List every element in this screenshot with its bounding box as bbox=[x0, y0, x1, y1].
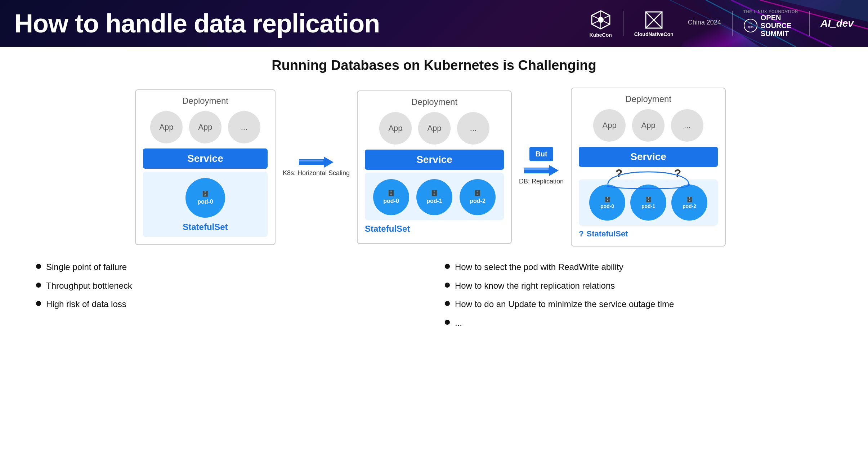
bullets-section: Single point of failure Throughput bottl… bbox=[22, 261, 846, 335]
diagram2-pod2-label: pod-2 bbox=[470, 198, 486, 204]
diagram1-deployment-label: Deployment bbox=[143, 96, 268, 106]
main-content: Running Databases on Kubernetes is Chall… bbox=[0, 47, 868, 342]
bullet-left-1-text: Single point of failure bbox=[46, 261, 127, 273]
aidev-logo: AI_dev bbox=[820, 18, 854, 29]
bullets-right-col: How to select the pod with ReadWrite abi… bbox=[445, 261, 832, 335]
question-mark-1: ? bbox=[616, 167, 623, 180]
bullet-right-4: ... bbox=[445, 317, 832, 329]
bullet-left-2: Throughput bottleneck bbox=[36, 280, 423, 292]
diagram-3: Deployment App App ... Service ? ? bbox=[571, 88, 726, 247]
diagram2-app1: App bbox=[379, 112, 412, 145]
svg-text:S: S bbox=[750, 21, 752, 25]
but-box: But bbox=[529, 147, 553, 161]
diagram2-service-bar: Service bbox=[365, 150, 504, 170]
bullet-dot-r2 bbox=[445, 283, 450, 288]
header: How to handle data replication KubeCon bbox=[0, 0, 868, 47]
diagram3-pod2: 🗄️ pod-2 bbox=[671, 185, 707, 221]
cloudnativecon-label: CloudNativeCon bbox=[634, 31, 674, 37]
diagram3-app2: App bbox=[632, 109, 665, 142]
diagram1-app2: App bbox=[189, 111, 222, 143]
svg-rect-24 bbox=[524, 168, 549, 170]
diagram1-db-icon: 🗄️ bbox=[202, 190, 209, 197]
svg-marker-25 bbox=[549, 165, 559, 176]
diagram3-complex-section: ? ? 🗄️ pod- bbox=[579, 167, 718, 239]
arrow2-db-label: DB: Replication bbox=[519, 178, 564, 185]
diagram2-db-icon-2: 🗄️ bbox=[474, 190, 481, 196]
linux-foundation-label: THE LINUX FOUNDATION bbox=[743, 9, 798, 14]
svg-line-13 bbox=[592, 21, 598, 24]
bullet-dot-3 bbox=[36, 301, 41, 306]
diagram-row: Deployment App App ... Service 🗄️ pod-0 … bbox=[22, 88, 846, 247]
diagram3-pod0: 🗄️ pod-0 bbox=[589, 185, 625, 221]
diagram3-question-marks: ? ? bbox=[579, 167, 718, 180]
svg-line-12 bbox=[604, 15, 610, 18]
logo-divider-2 bbox=[732, 11, 733, 36]
cloudnativecon-logo: CloudNativeCon bbox=[634, 10, 674, 37]
diagram3-pod2-label: pod-2 bbox=[683, 203, 696, 209]
diagram3-app1: App bbox=[593, 109, 626, 142]
diagram2-pod0-label: pod-0 bbox=[383, 198, 399, 204]
diagram3-pod1: 🗄️ pod-1 bbox=[630, 185, 666, 221]
bullet-right-2: How to know the right replication relati… bbox=[445, 280, 832, 292]
logo-divider-3 bbox=[809, 11, 810, 36]
diagram2-statefulset-label: StatefulSet bbox=[365, 224, 504, 234]
svg-text:open: open bbox=[748, 26, 753, 28]
diagram2-deployment-label: Deployment bbox=[365, 97, 504, 107]
open-source-summit-label: OPENSOURCESUMMIT bbox=[761, 14, 792, 37]
diagram2-app3: ... bbox=[457, 112, 489, 145]
arrow-1 bbox=[298, 155, 334, 169]
aidev-label: AI_dev bbox=[820, 18, 854, 29]
diagram1-service-bar: Service bbox=[143, 148, 268, 169]
diagram1-statefulset-area: 🗄️ pod-0 StatefulSet bbox=[143, 172, 268, 237]
china-year-block: China 2024 bbox=[684, 19, 721, 28]
diagram2-pods-row: App App ... bbox=[365, 112, 504, 145]
diagram1-pod0-label: pod-0 bbox=[197, 199, 213, 205]
logo-divider-1 bbox=[623, 11, 623, 36]
diagram2-pod0: 🗄️ pod-0 bbox=[373, 179, 409, 215]
china-year: China 2024 bbox=[688, 19, 721, 28]
svg-rect-21 bbox=[299, 160, 323, 161]
arrow-2-section: But DB: Replication bbox=[512, 147, 571, 187]
bullets-left-col: Single point of failure Throughput bottl… bbox=[36, 261, 423, 335]
kubecon-label: KubeCon bbox=[590, 32, 612, 38]
diagram1-statefulset-label: StatefulSet bbox=[183, 222, 228, 232]
kubecon-logo: KubeCon bbox=[590, 9, 612, 38]
diagram2-app2: App bbox=[418, 112, 451, 145]
diagram2-statefulset-area: 🗄️ pod-0 🗄️ pod-1 🗄️ pod-2 bbox=[365, 173, 504, 220]
diagram3-db-icon-1: 🗄️ bbox=[645, 196, 652, 202]
diagram3-pod0-label: pod-0 bbox=[600, 203, 614, 209]
bullet-dot-r3 bbox=[445, 301, 450, 306]
diagram3-app3: ... bbox=[671, 109, 703, 142]
diagram-3-wrapper: Deployment App App ... Service ? ? bbox=[571, 88, 733, 247]
bullet-left-2-text: Throughput bottleneck bbox=[46, 280, 132, 292]
diagram3-service-bar: Service bbox=[579, 147, 718, 167]
diagram2-db-icon-0: 🗄️ bbox=[388, 190, 395, 196]
diagram2-db-icon-1: 🗄️ bbox=[431, 190, 438, 196]
section-title: Running Databases on Kubernetes is Chall… bbox=[22, 58, 846, 73]
bullet-right-1-text: How to select the pod with ReadWrite abi… bbox=[455, 261, 623, 273]
diagram3-deployment-label: Deployment bbox=[579, 94, 718, 104]
bullet-right-1: How to select the pod with ReadWrite abi… bbox=[445, 261, 832, 273]
diagram3-db-icon-0: 🗄️ bbox=[604, 196, 610, 202]
diagram-2: Deployment App App ... Service 🗄️ pod-0 … bbox=[357, 90, 512, 244]
bullet-dot-r1 bbox=[445, 264, 450, 269]
diagram3-db-icon-2: 🗄️ bbox=[686, 196, 693, 202]
diagram-1: Deployment App App ... Service 🗄️ pod-0 … bbox=[135, 89, 276, 245]
arrow1-label: K8s: Horizontal Scaling bbox=[283, 169, 350, 177]
bullet-dot-r4 bbox=[445, 320, 450, 325]
header-logos: KubeCon CloudNativeCon China 2024 THE LI… bbox=[590, 9, 854, 38]
bullet-right-3: How to do an Update to minimize the serv… bbox=[445, 298, 832, 310]
diagram3-statefulset-label: ? StatefulSet bbox=[579, 229, 718, 239]
diagram1-pod0: 🗄️ pod-0 bbox=[185, 178, 225, 218]
bullet-right-2-text: How to know the right replication relati… bbox=[455, 280, 615, 292]
arrow-1-section: K8s: Horizontal Scaling bbox=[276, 155, 357, 179]
diagram2-pod1: 🗄️ pod-1 bbox=[416, 179, 452, 215]
diagram2-pod2: 🗄️ pod-2 bbox=[460, 179, 496, 215]
bullet-left-1: Single point of failure bbox=[36, 261, 423, 273]
diagram3-question-inline: ? bbox=[579, 229, 583, 239]
bullet-dot-2 bbox=[36, 283, 41, 288]
bullet-left-3-text: High risk of data loss bbox=[46, 298, 126, 310]
page-title: How to handle data replication bbox=[14, 9, 590, 38]
question-mark-2: ? bbox=[674, 167, 681, 180]
bullet-right-4-text: ... bbox=[455, 317, 462, 329]
